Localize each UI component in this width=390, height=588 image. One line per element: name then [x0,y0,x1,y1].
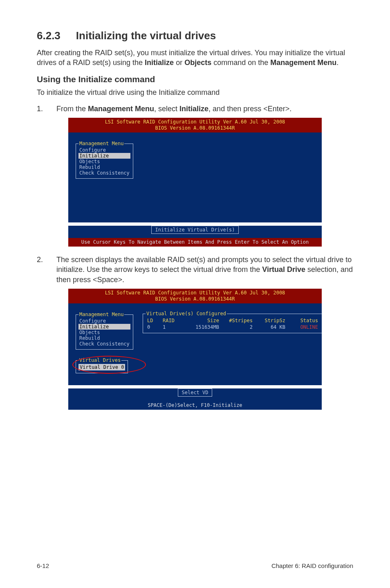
hdr-status: Status [287,317,320,324]
bios2-management-menu: Management Menu Configure Initialize Obj… [76,312,133,350]
step-1-cmd: Initialize [179,105,208,113]
step-2-text: The screen displays the available RAID s… [56,255,353,285]
section-heading: 6.2.3Initializing the virtual drives [37,29,353,42]
intro-menu: Management Menu [270,58,336,67]
intro-cmd-objects: Objects [184,58,211,67]
bios1-mgmt-legend: Management Menu [78,141,124,146]
bios-screenshot-1: LSI Software RAID Configuration Utility … [68,118,322,247]
hdr-ld: LD [146,317,161,324]
footer-page-number: 6-12 [37,562,49,569]
bios2-statusbar: SPACE-(De)Select, F10-Initialize [68,401,322,410]
step-2-number: 2. [37,255,45,285]
bios2-vd-item-0[interactable]: Virtual Drive 0 [78,364,125,370]
bios1-init-label: Initialize Virtual Drive(s) [154,227,235,233]
bios1-title-line2: BIOS Version A.08.09161344R [70,125,320,131]
bios2-mgmt-legend: Management Menu [78,312,124,317]
bios2-vd-legend: Virtual Drives [78,357,121,363]
step-1-pre: From the [56,105,88,113]
bios1-title-line1: LSI Software RAID Configuration Utility … [70,119,320,125]
row-raid: 1 [161,324,183,330]
hdr-stripes: #Stripes [221,317,254,324]
bios2-vd-table: Virtual Drive(s) Configured LD RAID Size… [143,311,322,333]
row-size: 151634MB [183,324,221,330]
bios2-title-line1: LSI Software RAID Configuration Utility … [70,290,320,296]
step-1-number: 1. [37,104,45,114]
bios2-menu-objects[interactable]: Objects [78,330,130,335]
bios2-menu-configure[interactable]: Configure [78,318,130,324]
bios1-init-box: Initialize Virtual Drive(s) [151,226,238,234]
footer-chapter: Chapter 6: RAID configuration [271,562,353,569]
row-status: ONLINE [287,324,320,330]
hdr-stripsz: StripSz [254,317,287,324]
step-1: 1. From the Management Menu, select Init… [37,104,353,114]
bios1-statusbar: Use Cursor Keys To Navigate Between Item… [68,238,322,247]
intro-mid: or [174,58,184,67]
sub-intro: To initialize the virtual drive using th… [37,88,353,97]
bios2-table-row: 0 1 151634MB 2 64 KB ONLINE [146,324,320,330]
intro-end: . [336,58,338,67]
bios1-menu-rebuild[interactable]: Rebuild [78,164,130,170]
step-2: 2. The screen displays the available RAI… [37,255,353,285]
step-1-text: From the Management Menu, select Initial… [56,104,291,114]
bios-screenshot-2: LSI Software RAID Configuration Utility … [68,289,322,410]
intro-paragraph: After creating the RAID set(s), you must… [37,48,353,68]
bios2-table-legend: Virtual Drive(s) Configured [146,311,227,316]
bios2-menu-rebuild[interactable]: Rebuild [78,335,130,341]
page-footer: 6-12 Chapter 6: RAID configuration [37,562,353,569]
step-1-post: , and then press <Enter>. [208,105,291,113]
row-stripsz: 64 KB [254,324,287,330]
bios1-menu-check[interactable]: Check Consistency [78,170,130,176]
bios2-title-line2: BIOS Version A.08.09161344R [70,296,320,302]
step-2-cmd: Virtual Drive [262,265,305,274]
intro-post: command on the [211,58,270,67]
bios1-titlebar: LSI Software RAID Configuration Utility … [68,118,322,132]
sub-heading: Using the Initialize command [37,74,353,84]
bios2-menu-check[interactable]: Check Consistency [78,341,130,347]
bios1-management-menu: Management Menu Configure Initialize Obj… [76,141,133,179]
bios2-menu-initialize[interactable]: Initialize [78,324,130,330]
bios2-table-header: LD RAID Size #Stripes StripSz Status [146,317,320,324]
bios1-menu-configure[interactable]: Configure [78,147,130,153]
row-stripes: 2 [221,324,254,330]
hdr-size: Size [183,317,221,324]
step-1-menu: Management Menu [88,105,154,113]
bios1-menu-initialize[interactable]: Initialize [78,153,130,159]
bios1-menu-objects[interactable]: Objects [78,159,130,164]
hdr-raid: RAID [161,317,183,324]
row-ld: 0 [146,324,161,330]
section-number: 6.2.3 [37,29,61,42]
bios2-select-vd-label: Select VD [181,390,209,395]
bios2-select-vd-box: Select VD [178,388,212,397]
step-1-mid: , select [154,105,179,113]
section-title: Initializing the virtual drives [76,29,216,42]
intro-cmd-initialize: Initialize [145,58,174,67]
bios2-virtual-drives-box: Virtual Drives Virtual Drive 0 [76,357,128,373]
bios2-titlebar: LSI Software RAID Configuration Utility … [68,289,322,303]
